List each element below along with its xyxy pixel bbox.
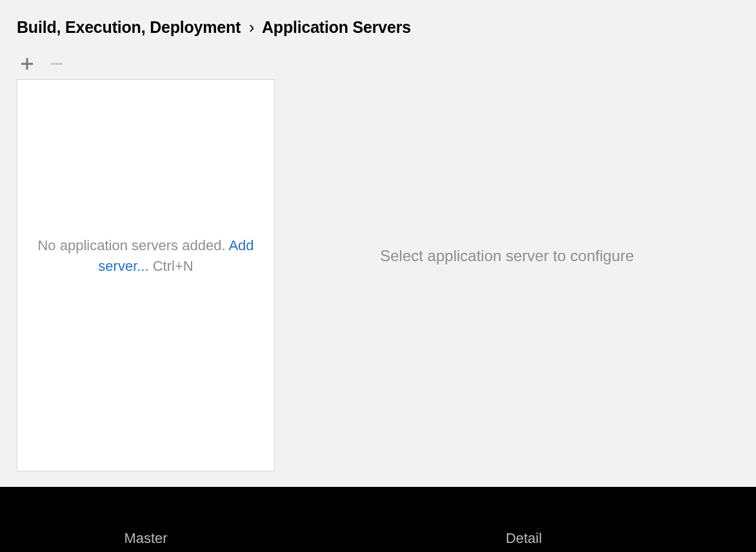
breadcrumb: Build, Execution, Deployment › Applicati… (17, 18, 739, 37)
add-button[interactable] (19, 56, 35, 72)
svg-rect-2 (51, 63, 63, 65)
detail-empty-text: Select application server to configure (380, 247, 634, 265)
remove-button (49, 56, 65, 72)
plus-icon (21, 57, 34, 70)
minus-icon (50, 57, 63, 70)
detail-panel: Select application server to configure (275, 79, 739, 471)
svg-rect-1 (21, 63, 33, 65)
footer-detail-label: Detail (506, 530, 542, 547)
master-empty-text: No application servers added. (37, 237, 228, 253)
breadcrumb-current: Application Servers (262, 18, 411, 36)
footer-master-label: Master (124, 530, 167, 547)
master-detail-container: No application servers added. Add server… (17, 79, 739, 471)
add-server-shortcut: Ctrl+N (149, 258, 194, 274)
master-empty-state: No application servers added. Add server… (30, 235, 261, 277)
footer: Master Detail (0, 487, 756, 552)
master-panel: No application servers added. Add server… (17, 79, 275, 471)
breadcrumb-separator: › (249, 18, 254, 37)
breadcrumb-parent[interactable]: Build, Execution, Deployment (17, 18, 241, 36)
toolbar (17, 56, 739, 72)
